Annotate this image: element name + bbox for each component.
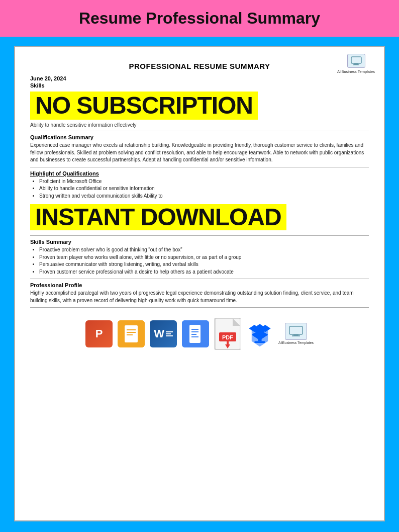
svg-rect-7 (127, 334, 133, 335)
dropbox-icon (246, 320, 273, 347)
svg-rect-12 (191, 334, 196, 335)
monitor-small-icon (289, 326, 303, 337)
word-lines (166, 331, 173, 336)
instant-download-banner: INSTANT DOWNLOAD (30, 204, 286, 230)
doc-title: PROFESSIONAL RESUME SUMMARY (30, 62, 369, 70)
highlight-bullet-1: Proficient in Microsoft Office (39, 178, 369, 186)
svg-rect-5 (127, 329, 136, 330)
no-subscription-banner: NO SUBSCRIPTION (30, 92, 258, 120)
page-title: Resume Professional Summary (10, 9, 389, 28)
skills-bullet-4: Proven customer service professional wit… (39, 269, 369, 276)
highlight-bullets: Proficient in Microsoft Office Ability t… (30, 178, 369, 200)
highlight-bullet-2: Ability to handle confidential or sensit… (39, 185, 369, 193)
professional-profile-title: Professional Profile (30, 282, 369, 288)
qualifications-title: Qualifications Summary (30, 134, 369, 140)
gdocs-icon (182, 320, 209, 347)
brand-logo-top: AllBusiness Templates (337, 54, 375, 74)
monitor-icon (351, 56, 362, 65)
svg-rect-6 (127, 332, 136, 333)
professional-profile-section: Professional Profile Highly accomplished… (30, 282, 369, 304)
divider-3 (30, 235, 369, 236)
skills-summary-bullets: Proactive problem solver who is good at … (30, 246, 369, 276)
professional-profile-body: Highly accomplished paralegal with two y… (30, 290, 369, 304)
divider-5 (30, 307, 369, 308)
skills-label: Skills (30, 82, 369, 88)
word-icon: W (150, 320, 177, 347)
allbiz-box-footer (285, 323, 307, 340)
gslides-icon (118, 320, 145, 347)
brand-name-top: AllBusiness Templates (337, 69, 375, 74)
qualifications-section: Qualifications Summary Experienced case … (30, 134, 369, 164)
no-subscription-text: NO SUBSCRIPTION (35, 92, 253, 119)
doc-date: June 20, 2024 (30, 75, 369, 81)
svg-rect-4 (125, 325, 138, 342)
header-bar: Resume Professional Summary (0, 0, 399, 37)
skills-bullet-2: Proven team player who works well alone,… (39, 254, 369, 261)
instant-download-text: INSTANT DOWNLOAD (35, 204, 281, 230)
highlight-section: Highlight of Qualifications Proficient i… (30, 170, 369, 200)
svg-rect-32 (292, 335, 300, 336)
footer-icons-row: P W (30, 315, 369, 350)
skills-summary-title: Skills Summary (30, 239, 369, 245)
svg-rect-11 (191, 331, 198, 332)
svg-rect-13 (191, 336, 198, 337)
svg-rect-0 (351, 57, 361, 63)
skills-summary-section: Skills Summary Proactive problem solver … (30, 239, 369, 276)
svg-rect-30 (289, 326, 303, 334)
ppt-icon: P (85, 320, 113, 347)
pdf-icon: PDF (214, 318, 241, 350)
skills-bullet-3: Persuasive communicator with strong list… (39, 261, 369, 269)
svg-rect-29 (254, 341, 265, 343)
svg-rect-10 (191, 329, 198, 330)
svg-rect-1 (354, 63, 358, 64)
allbiz-icon-footer: AllBusiness Templates (278, 323, 314, 345)
svg-rect-31 (293, 334, 298, 335)
svg-rect-28 (258, 338, 261, 341)
svg-rect-2 (353, 64, 359, 65)
ability-text: Ability to handle sensitive information … (30, 122, 369, 128)
divider-1 (30, 131, 369, 131)
brand-logo-icon (347, 54, 365, 68)
highlight-title: Highlight of Qualifications (30, 170, 369, 176)
allbiz-label-footer: AllBusiness Templates (278, 341, 314, 345)
document-container: AllBusiness Templates PROFESSIONAL RESUM… (14, 46, 385, 521)
skills-bullet-1: Proactive problem solver who is good at … (39, 246, 369, 254)
svg-rect-19 (227, 341, 229, 345)
divider-2 (30, 167, 369, 167)
highlight-bullet-3: Strong written and verbal communication … (39, 193, 369, 200)
svg-text:PDF: PDF (222, 334, 233, 340)
qualifications-body: Experienced case manager who excels at r… (30, 142, 369, 164)
divider-4 (30, 279, 369, 279)
